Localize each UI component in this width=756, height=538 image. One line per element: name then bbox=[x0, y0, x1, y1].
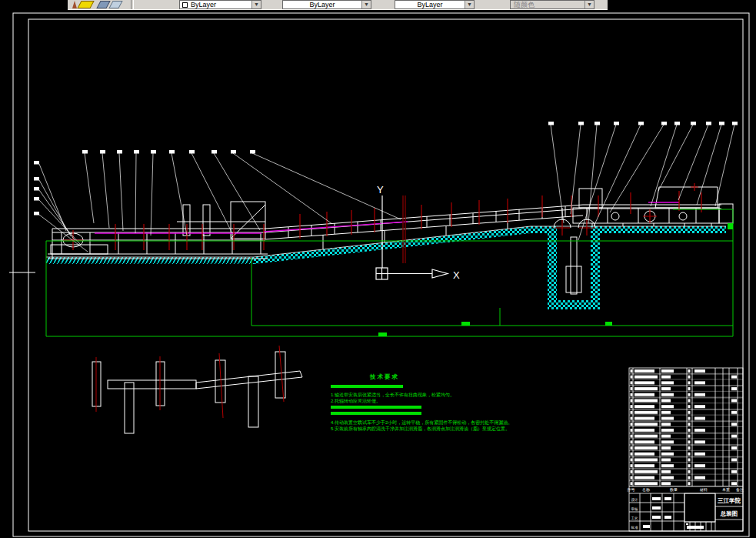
plan-detail bbox=[92, 346, 302, 433]
notes-block: 技术要求 1.输送带安装后张紧适当，全长不许有扭曲现象，松紧均匀。 2.托辊转动… bbox=[331, 373, 512, 432]
notes-title: 技术要求 bbox=[369, 373, 399, 380]
lineweight-control-dropdown[interactable]: ByLayer ▼ bbox=[395, 0, 475, 9]
color-dropdown-arrow-icon[interactable]: ▼ bbox=[251, 1, 261, 8]
pushpin-icon[interactable] bbox=[72, 1, 77, 8]
plotstyle-dropdown-arrow-icon: ▼ bbox=[584, 1, 594, 8]
cad-viewport[interactable]: Y X bbox=[0, 0, 756, 538]
note-line-2: 2.托辊转动应灵活轻便。 bbox=[331, 398, 381, 404]
make-layer-current-icon[interactable] bbox=[77, 1, 94, 8]
bom-header-material: 材料 bbox=[699, 487, 708, 493]
note-bar-3 bbox=[331, 412, 421, 415]
takeup-pit bbox=[554, 208, 595, 294]
bom-header-name: 名称 bbox=[642, 487, 650, 492]
ucs-icon: Y X bbox=[376, 184, 460, 281]
color-control-dropdown[interactable]: ByLayer ▼ bbox=[179, 0, 261, 9]
balloon-markers bbox=[34, 122, 738, 216]
properties-toolbar: ByLayer ▼ ByLayer ▼ ByLayer ▼ 随颜色 ▼ bbox=[68, 0, 608, 10]
pit-walls bbox=[548, 226, 600, 309]
title-block-blobs bbox=[643, 497, 704, 529]
note-line-5: 5.安装前所有轴承内腔清洗干净并加注润滑脂，各润滑点加注润滑油（脂）至规定位置。 bbox=[331, 426, 510, 432]
bom-header-no: 序号 bbox=[628, 487, 635, 493]
field-process: 工艺 bbox=[631, 516, 639, 520]
field-design: 设计 bbox=[631, 497, 639, 502]
lineweight-control-value: ByLayer bbox=[395, 1, 465, 9]
drawing-name: 总装图 bbox=[720, 510, 738, 517]
ucs-x-label: X bbox=[453, 269, 460, 281]
note-bar-2 bbox=[331, 406, 421, 409]
linetype-dropdown-arrow-icon[interactable]: ▼ bbox=[361, 1, 371, 8]
lineweight-dropdown-arrow-icon[interactable]: ▼ bbox=[465, 1, 474, 8]
linetype-control-dropdown[interactable]: ByLayer ▼ bbox=[282, 0, 371, 9]
linetype-control-value: ByLayer bbox=[283, 1, 361, 9]
bom-header-qty: 数量 bbox=[670, 487, 678, 492]
color-control-value: ByLayer bbox=[180, 1, 251, 9]
ucs-y-label: Y bbox=[377, 184, 384, 195]
section-line bbox=[403, 195, 405, 263]
title-block: 序号 名称 数量 材料 单重 备注 设计 审核 工艺 批准 三江学院 bbox=[628, 368, 744, 531]
bom-rows bbox=[629, 368, 743, 486]
note-bar-1 bbox=[331, 385, 403, 388]
plotstyle-control-dropdown: 随颜色 ▼ bbox=[510, 0, 594, 9]
note-line-1: 1.输送带安装后张紧适当，全长不许有扭曲现象，松紧均匀。 bbox=[331, 392, 455, 398]
note-line-4: 4.传动装置空载试车不少于2小时，运转平稳，所有紧固件不得松动，各密封处不得漏油… bbox=[331, 419, 512, 426]
org-name: 三江学院 bbox=[718, 497, 741, 504]
bom-header-weight: 单重 bbox=[722, 487, 730, 492]
layer-states-icon[interactable] bbox=[108, 1, 122, 8]
application-window: Y X bbox=[0, 0, 756, 538]
field-check: 审核 bbox=[631, 507, 639, 511]
field-approve: 批准 bbox=[631, 526, 639, 530]
bom-header-remark: 备注 bbox=[736, 487, 744, 492]
plotstyle-control-value: 随颜色 bbox=[511, 1, 584, 9]
toolbar-separator bbox=[131, 0, 134, 9]
